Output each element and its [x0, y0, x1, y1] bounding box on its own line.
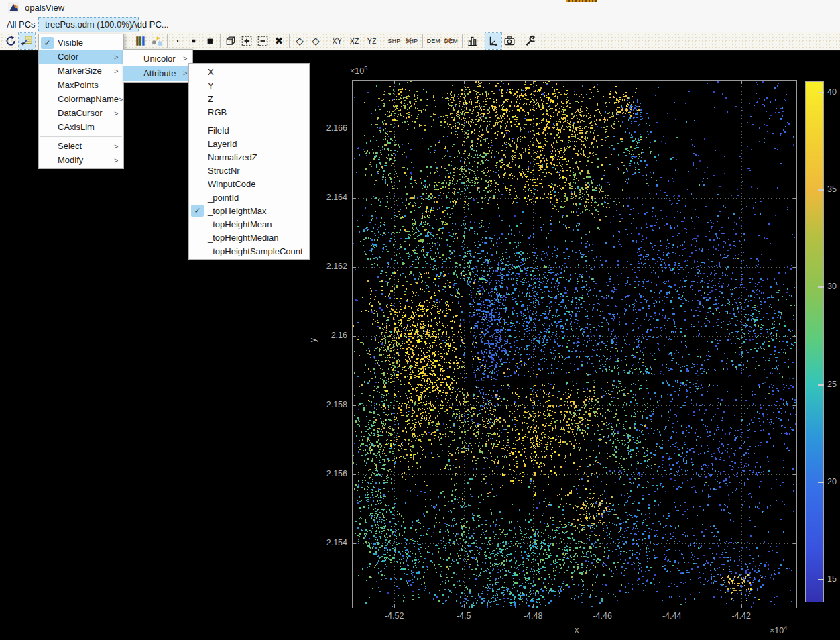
y-tick-label: 2.162: [310, 262, 347, 271]
menu-item-label: NormalizedZ: [208, 152, 300, 162]
toolbar-separator: [462, 34, 463, 48]
context-menu: ✓VisibleColor>MarkerSize>MaxPointsColorm…: [38, 34, 124, 169]
colorbar-tick: [818, 579, 824, 580]
menu-item-caxislim[interactable]: CAxisLim: [39, 120, 123, 134]
menu-item-visible[interactable]: ✓Visible: [39, 36, 123, 50]
submenu-arrow-icon: >: [183, 54, 192, 62]
view-xy-button[interactable]: XY: [328, 33, 346, 49]
x-tick-label: -4.5: [444, 611, 484, 621]
check-placeholder: [41, 93, 54, 105]
y-tick-label: 2.158: [310, 400, 347, 409]
edit-annotation-icon[interactable]: [19, 33, 35, 49]
toolbar-separator: [383, 34, 383, 48]
toolbar-separator: [220, 34, 221, 48]
check-placeholder: [191, 79, 204, 91]
menu-item--topheightmax[interactable]: ✓_topHeightMax: [189, 204, 309, 217]
colormap-icon[interactable]: [133, 33, 149, 49]
check-placeholder: [191, 66, 204, 78]
menu-item--topheightsamplecount[interactable]: _topHeightSampleCount: [189, 244, 309, 258]
colorbar-tick-label: 35: [827, 184, 837, 194]
x-tick-label: -4.52: [374, 611, 414, 621]
menu-separator: [40, 136, 122, 137]
menu-item-fileid[interactable]: FileId: [189, 123, 309, 137]
shp-add-button[interactable]: SHP: [385, 33, 403, 49]
zoom-in-icon[interactable]: [239, 33, 255, 49]
menu-item-z[interactable]: Z: [189, 92, 309, 105]
menu-item-attribute[interactable]: Attribute>: [123, 66, 192, 81]
menu-item-structnr[interactable]: StructNr: [189, 164, 309, 177]
marker-size-small-icon[interactable]: [170, 33, 186, 49]
check-placeholder: [191, 164, 204, 176]
attribute-submenu: XYZRGBFileIdLayerIdNormalizedZStructNrWi…: [188, 63, 310, 260]
tab-treepos-active[interactable]: treePos.odm (100.0%): [38, 17, 139, 32]
submenu-arrow-icon: >: [114, 109, 123, 117]
tab-row: All PCs treePos.odm (100.0%) Add PC...: [0, 16, 840, 32]
opalsview-window: opalsView All PCs treePos.odm (100.0%) A…: [0, 0, 840, 640]
colorbar-tick: [818, 189, 824, 191]
menu-item--topheightmedian[interactable]: _topHeightMedian: [189, 231, 309, 244]
menu-item--topheightmean[interactable]: _topHeightMean: [189, 217, 309, 231]
menu-item-label: Select: [58, 141, 114, 151]
menu-item-select[interactable]: Select>: [39, 139, 123, 153]
checkmark-icon: ✓: [191, 205, 204, 217]
snapshot-camera-icon[interactable]: [501, 33, 518, 49]
colorbar-tick-label: 25: [827, 380, 837, 389]
menu-item-label: WinputCode: [208, 179, 300, 189]
scatter-plot-canvas[interactable]: [352, 80, 797, 608]
menu-item-colormapname[interactable]: ColormapName>: [39, 92, 123, 106]
menu-item-label: _topHeightMean: [208, 219, 300, 229]
y-tick-label: 2.166: [310, 123, 347, 133]
check-placeholder: [191, 178, 204, 190]
menu-item-winputcode[interactable]: WinputCode: [189, 177, 309, 191]
dem-add-button[interactable]: DEM: [425, 33, 442, 49]
menu-item-normalizedz[interactable]: NormalizedZ: [189, 150, 309, 164]
polygon-select-icon[interactable]: ◇: [292, 33, 308, 49]
rotate-view-icon[interactable]: [3, 33, 19, 49]
view-xz-button[interactable]: XZ: [346, 33, 363, 49]
menu-item-label: FileId: [208, 125, 300, 136]
settings-wrench-icon[interactable]: [522, 33, 538, 49]
colorbar-tick: [818, 384, 824, 386]
x-tick-label: -4.44: [652, 611, 692, 621]
check-placeholder: [191, 124, 204, 136]
toolbar-separator: [422, 34, 423, 48]
app-icon: [8, 2, 19, 13]
menu-item-layerid[interactable]: LayerId: [189, 137, 309, 150]
colorbar-tick-label: 40: [827, 87, 837, 97]
check-placeholder: [41, 140, 54, 152]
menu-item-x[interactable]: X: [189, 65, 309, 78]
menu-item-label: X: [208, 67, 300, 77]
histogram-icon[interactable]: [465, 33, 481, 49]
window-titlebar: opalsView: [0, 0, 840, 16]
menu-item-datacursor[interactable]: DataCursor>: [39, 106, 123, 120]
y-tick-label: 2.156: [310, 469, 347, 478]
dem-remove-button[interactable]: DEM✕: [442, 33, 460, 49]
menu-item-y[interactable]: Y: [189, 78, 309, 92]
rotate3d-cube-icon[interactable]: [223, 33, 239, 49]
marker-size-medium-icon[interactable]: [186, 33, 202, 49]
shp-remove-button[interactable]: SHP✕: [403, 33, 420, 49]
menu-item-color[interactable]: Color>: [39, 50, 123, 64]
zoom-extents-icon[interactable]: ✖: [271, 33, 287, 49]
tab-add-pc[interactable]: Add PC...: [131, 19, 169, 30]
point-style-icon[interactable]: [149, 33, 165, 49]
marker-size-large-icon[interactable]: [202, 33, 218, 49]
menu-item-modify[interactable]: Modify>: [39, 153, 123, 167]
menu-item--pointid[interactable]: _pointId: [189, 191, 309, 204]
polygon-select-alt-icon[interactable]: ◇: [308, 33, 324, 49]
menu-item-label: _topHeightMedian: [208, 233, 300, 243]
menu-item-label: _topHeightMax: [208, 206, 300, 216]
check-placeholder: [191, 245, 204, 257]
menu-item-maxpoints[interactable]: MaxPoints: [39, 78, 123, 92]
check-placeholder: [41, 154, 54, 166]
menu-item-rgb[interactable]: RGB: [189, 105, 309, 119]
menu-item-unicolor[interactable]: Unicolor>: [123, 51, 192, 66]
axes-toggle-icon[interactable]: [485, 33, 501, 49]
zoom-out-icon[interactable]: [255, 33, 271, 49]
tab-all-pcs[interactable]: All PCs: [7, 19, 36, 30]
toolbar-separator: [289, 34, 290, 48]
view-yz-button[interactable]: YZ: [363, 33, 381, 49]
toolbar-separator: [167, 34, 168, 48]
menu-item-markersize[interactable]: MarkerSize>: [39, 64, 123, 78]
colorbar-tick: [818, 286, 824, 288]
